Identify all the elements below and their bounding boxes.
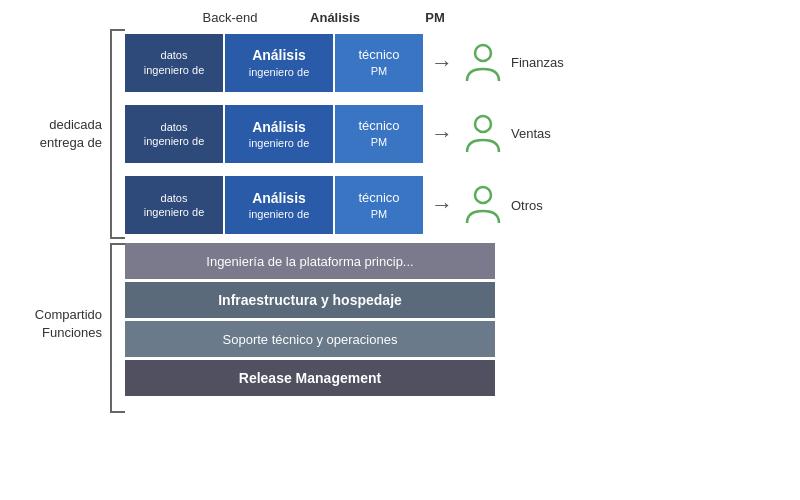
delivery-row-3: datos ingeniero de Análisis ingeniero de… <box>125 176 790 234</box>
content-area: datos ingeniero de Análisis ingeniero de… <box>125 29 790 396</box>
arrow-3: → <box>431 194 453 216</box>
header-pm: PM <box>390 10 480 25</box>
analisis-line2-1: ingeniero de <box>249 65 310 79</box>
backend-line2-3: ingeniero de <box>144 205 205 219</box>
person-icon-1 <box>461 41 505 85</box>
column-headers: Back-end Análisis PM <box>180 10 790 25</box>
pm-line1-1: técnico <box>358 47 399 64</box>
pm-line1-3: técnico <box>358 190 399 207</box>
shared-row-platform: Ingeniería de la plataforma princip... <box>125 243 495 279</box>
backend-line1-3: datos <box>161 191 188 205</box>
bracket-compartido <box>110 243 125 413</box>
person-label-3: Otros <box>511 198 543 213</box>
svg-point-0 <box>475 45 491 61</box>
shared-row-infra: Infraestructura y hospedaje <box>125 282 495 318</box>
svg-point-2 <box>475 187 491 203</box>
person-label-1: Finanzas <box>511 55 564 70</box>
pm-line2-2: PM <box>371 135 388 149</box>
arrow-2: → <box>431 123 453 145</box>
cell-analisis-3: Análisis ingeniero de <box>225 176 333 234</box>
cell-pm-2: técnico PM <box>335 105 423 163</box>
analisis-title-1: Análisis <box>252 46 306 64</box>
delivery-rows: datos ingeniero de Análisis ingeniero de… <box>125 29 790 239</box>
pm-line2-1: PM <box>371 64 388 78</box>
main-layout: dedicadaentrega de CompartidoFunciones d… <box>10 29 790 413</box>
analisis-title-2: Análisis <box>252 118 306 136</box>
person-label-2: Ventas <box>511 126 551 141</box>
label-compartido: CompartidoFunciones <box>10 239 110 409</box>
cell-analisis-2: Análisis ingeniero de <box>225 105 333 163</box>
person-icon-2 <box>461 112 505 156</box>
backend-line2-1: ingeniero de <box>144 63 205 77</box>
shared-rows: Ingeniería de la plataforma princip... I… <box>125 243 790 396</box>
analisis-line2-3: ingeniero de <box>249 207 310 221</box>
backend-line1-1: datos <box>161 48 188 62</box>
left-labels: dedicadaentrega de CompartidoFunciones <box>10 29 110 409</box>
cell-backend-3: datos ingeniero de <box>125 176 223 234</box>
shared-row-release: Release Management <box>125 360 495 396</box>
delivery-row-1: datos ingeniero de Análisis ingeniero de… <box>125 34 790 92</box>
person-icon-3 <box>461 183 505 227</box>
arrow-1: → <box>431 52 453 74</box>
diagram-container: Back-end Análisis PM dedicadaentrega de … <box>10 10 790 490</box>
backend-line2-2: ingeniero de <box>144 134 205 148</box>
analisis-line2-2: ingeniero de <box>249 136 310 150</box>
header-backend: Back-end <box>180 10 280 25</box>
label-dedicada: dedicadaentrega de <box>10 29 110 239</box>
pm-line2-3: PM <box>371 207 388 221</box>
delivery-row-2: datos ingeniero de Análisis ingeniero de… <box>125 105 790 163</box>
bracket-dedicada <box>110 29 125 239</box>
svg-point-1 <box>475 116 491 132</box>
backend-line1-2: datos <box>161 120 188 134</box>
cell-analisis-1: Análisis ingeniero de <box>225 34 333 92</box>
cell-pm-1: técnico PM <box>335 34 423 92</box>
analisis-title-3: Análisis <box>252 189 306 207</box>
cell-pm-3: técnico PM <box>335 176 423 234</box>
bracket-area <box>110 29 125 413</box>
cell-backend-1: datos ingeniero de <box>125 34 223 92</box>
header-analisis: Análisis <box>280 10 390 25</box>
cell-backend-2: datos ingeniero de <box>125 105 223 163</box>
pm-line1-2: técnico <box>358 118 399 135</box>
shared-row-soporte: Soporte técnico y operaciones <box>125 321 495 357</box>
